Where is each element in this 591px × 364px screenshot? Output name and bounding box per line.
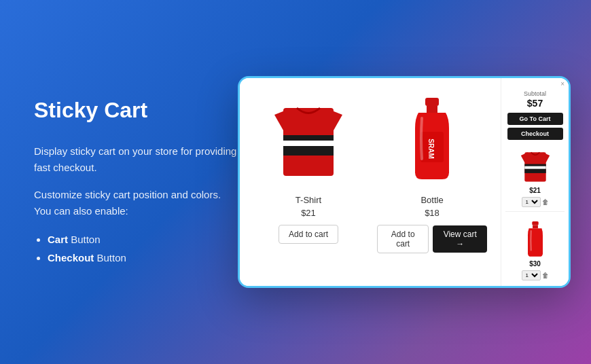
cart-item-1-image xyxy=(518,148,552,185)
view-cart-button[interactable]: View cart → xyxy=(433,225,487,253)
bullet-cart-bold: Cart xyxy=(48,234,68,245)
go-to-cart-button[interactable]: Go To Cart xyxy=(507,113,563,125)
bottle-price: $18 xyxy=(425,208,440,218)
bullet-checkout-text: Button xyxy=(94,252,126,263)
bottle-svg: SRAM xyxy=(408,98,456,186)
add-to-cart-tshirt[interactable]: Add to cart xyxy=(279,225,338,244)
tshirt-price: $21 xyxy=(301,208,316,218)
tshirt-image xyxy=(268,94,349,189)
add-to-cart-bottle[interactable]: Add to cart xyxy=(377,225,429,253)
cart-item-2-qty-row: 1 2 3 🗑 xyxy=(505,270,565,280)
cart-item-2-image xyxy=(518,221,552,259)
cart-tshirt-svg xyxy=(518,148,552,185)
svg-rect-9 xyxy=(524,166,545,169)
svg-rect-4 xyxy=(427,106,437,113)
svg-rect-10 xyxy=(532,221,538,225)
tshirt-name: T-Shirt xyxy=(296,195,321,205)
desc-2: Customize sticky cart position and color… xyxy=(34,187,238,219)
cart-item-1-price: $21 xyxy=(505,187,565,194)
svg-rect-3 xyxy=(425,98,439,106)
feature-list: Cart Button Checkout Button xyxy=(34,230,238,267)
svg-rect-11 xyxy=(533,225,538,229)
bullet-cart: Cart Button xyxy=(48,230,238,249)
cart-bottle-svg xyxy=(522,221,548,259)
shop-area: T-Shirt $21 Add to cart xyxy=(240,78,501,286)
subtotal-amount: $57 xyxy=(527,98,543,109)
subtotal-label: Subtotal xyxy=(524,90,546,97)
tshirt-svg xyxy=(271,98,346,186)
bottle-name: Bottle xyxy=(420,195,443,205)
bullet-cart-text: Button xyxy=(68,234,101,245)
desc-1: Display sticky cart on your store for pr… xyxy=(34,143,238,176)
sticky-cart-panel: × Subtotal $57 Go To Cart Checkout $21 1 xyxy=(501,78,569,286)
cart-item-1-qty-row: 1 2 3 🗑 xyxy=(505,197,565,207)
product-bottle: SRAM Bottle $18 Add to cart View cart → xyxy=(377,94,487,253)
product-tshirt: T-Shirt $21 Add to cart xyxy=(253,94,363,253)
cart-item-1-qty-select[interactable]: 1 2 3 xyxy=(522,197,541,207)
store-preview: T-Shirt $21 Add to cart xyxy=(238,76,571,288)
svg-rect-2 xyxy=(283,141,334,146)
close-icon[interactable]: × xyxy=(560,81,565,88)
products-row: T-Shirt $21 Add to cart xyxy=(253,94,487,253)
cart-item-2-price: $30 xyxy=(505,260,565,268)
page-title: Sticky Cart xyxy=(34,97,238,123)
svg-text:SRAM: SRAM xyxy=(427,139,435,158)
bottle-image: SRAM xyxy=(391,94,473,189)
divider xyxy=(505,211,565,212)
trash-icon-1[interactable]: 🗑 xyxy=(542,198,549,206)
bullet-checkout: Checkout Button xyxy=(48,249,238,267)
cart-item-1: $21 1 2 3 🗑 xyxy=(505,148,565,207)
bullet-checkout-bold: Checkout xyxy=(48,252,94,263)
checkout-button-small[interactable]: Checkout xyxy=(507,128,563,140)
cart-item-2: $30 1 2 3 🗑 xyxy=(505,221,565,280)
left-panel: Sticky Cart Display sticky cart on your … xyxy=(34,97,238,267)
cart-item-2-qty-select[interactable]: 1 2 3 xyxy=(522,270,541,280)
trash-icon-2[interactable]: 🗑 xyxy=(542,272,549,279)
